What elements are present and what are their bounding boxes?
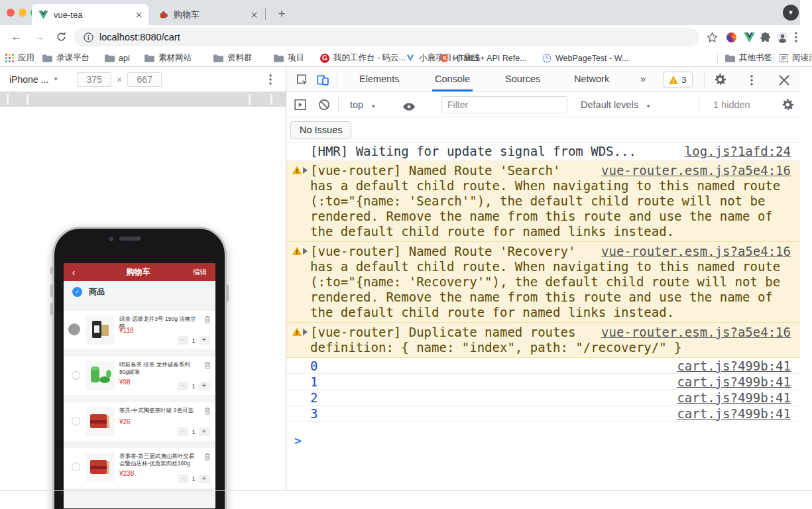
volume-down-button <box>50 303 53 315</box>
tab-console[interactable]: Console <box>435 67 470 91</box>
new-tab-button[interactable]: + <box>273 5 290 23</box>
console-warning: [vue-router] Named Route 'Recovery' vue-… <box>286 242 800 323</box>
filter-input[interactable] <box>441 96 567 113</box>
extension-colorful-icon[interactable] <box>726 32 736 42</box>
tab-sources[interactable]: Sources <box>505 67 540 91</box>
hidden-messages-label[interactable]: 1 hidden <box>713 92 750 117</box>
minus-button[interactable]: − <box>178 382 188 390</box>
console-sidebar-icon[interactable] <box>294 99 306 111</box>
tab-elements[interactable]: Elements <box>359 67 399 91</box>
item-radio[interactable] <box>72 463 80 471</box>
device-toolbar-toggle-icon[interactable] <box>317 74 329 85</box>
bookmark-star-icon[interactable] <box>707 32 718 43</box>
trash-icon[interactable] <box>204 361 211 369</box>
source-link[interactable]: cart.js?499b:41 <box>677 358 791 373</box>
plus-button[interactable]: + <box>199 336 209 345</box>
bookmark-folder[interactable]: 资料群 <box>213 52 253 64</box>
console-settings-gear-icon[interactable] <box>782 99 794 111</box>
expand-arrow-icon[interactable] <box>303 167 308 174</box>
close-devtools-icon[interactable] <box>778 74 790 86</box>
trash-icon[interactable] <box>204 453 211 461</box>
device-width-input[interactable] <box>77 72 111 87</box>
plus-button[interactable]: + <box>199 382 209 390</box>
source-link[interactable]: log.js?1afd:24 <box>685 144 791 159</box>
console-warning: [vue-router] Duplicate named routes vue-… <box>286 323 800 358</box>
back-icon[interactable]: ← <box>9 30 24 44</box>
device-height-input[interactable] <box>127 72 162 87</box>
select-all-check-icon[interactable]: ✓ <box>72 287 82 297</box>
clock-icon <box>542 54 551 63</box>
bookmark-html5[interactable]: HTML5+ API Refe... <box>440 52 527 64</box>
minimize-window-button[interactable] <box>19 9 27 17</box>
close-window-button[interactable] <box>7 9 15 17</box>
site-info-icon[interactable] <box>84 32 93 42</box>
bookmark-reading-list[interactable]: 阅读清单 <box>780 52 812 64</box>
issues-warning-badge[interactable]: 3 <box>663 72 693 87</box>
bookmark-apps[interactable]: 应用 <box>5 52 34 64</box>
url-field[interactable]: localhost:8080/cart <box>74 28 699 46</box>
bookmark-gitee[interactable]: G 我的工作台 - 码云... <box>320 52 406 64</box>
eye-icon[interactable] <box>403 101 415 113</box>
bookmark-webpagetest[interactable]: WebPageTest - W... <box>542 52 628 64</box>
devtools-menu-icon[interactable] <box>750 75 753 85</box>
console-prompt[interactable]: > <box>286 433 800 447</box>
clear-console-icon[interactable] <box>318 99 330 111</box>
trash-icon[interactable] <box>204 407 211 415</box>
no-issues-button[interactable]: No Issues <box>290 121 351 139</box>
context-selector[interactable]: top ▼ <box>350 92 376 117</box>
plus-button[interactable]: + <box>199 475 209 483</box>
refresh-icon[interactable] <box>56 31 67 42</box>
bookmark-folder[interactable]: 项目 <box>274 52 304 64</box>
minus-button[interactable]: − <box>178 475 188 483</box>
product-title: 茶具-中式陶瓷茶叶罐 2色可选 <box>119 407 198 414</box>
source-link[interactable]: vue-router.esm.js?a5e4:16 <box>601 325 791 340</box>
bookmark-folder[interactable]: 录课平台 <box>42 52 89 64</box>
cart-item: 赛事茶-第三届武夷山茶叶交易会暨仙店杯-优质奖肉桂160g ¥238 − 1 + <box>64 448 215 488</box>
log-levels-selector[interactable]: Default levels ▼ <box>581 92 651 117</box>
device-options-menu-icon[interactable] <box>269 74 272 85</box>
item-radio[interactable] <box>72 371 80 380</box>
source-link[interactable]: vue-router.esm.js?a5e4:16 <box>601 163 791 178</box>
more-tabs-chevron[interactable]: » <box>640 67 646 91</box>
tab-separator <box>265 8 266 20</box>
profile-avatar-icon[interactable] <box>777 32 788 43</box>
item-radio[interactable] <box>72 417 80 425</box>
bookmark-folder[interactable]: api <box>105 52 130 64</box>
source-link[interactable]: cart.js?499b:41 <box>677 374 791 389</box>
warning-triangle-icon <box>292 327 302 336</box>
app-title: 购物车 <box>84 266 193 278</box>
chrome-menu-icon[interactable] <box>795 32 797 42</box>
source-link[interactable]: vue-router.esm.js?a5e4:16 <box>601 244 791 259</box>
inspect-element-icon[interactable] <box>296 74 308 85</box>
close-tab-icon[interactable] <box>136 12 142 18</box>
expand-arrow-icon[interactable] <box>303 248 308 254</box>
product-title: 赛事茶-第三届武夷山茶叶交易会暨仙店杯-优质奖肉桂160g <box>119 453 198 467</box>
product-image <box>86 361 115 390</box>
log-number: 0 <box>310 358 318 373</box>
trash-icon[interactable] <box>204 315 211 323</box>
expand-arrow-icon[interactable] <box>303 329 308 335</box>
source-link[interactable]: cart.js?499b:41 <box>677 390 791 405</box>
tab-search-button[interactable]: ▼ <box>783 5 799 21</box>
settings-gear-icon[interactable] <box>715 74 726 85</box>
plus-button[interactable]: + <box>199 427 209 436</box>
close-tab-icon[interactable] <box>251 12 257 18</box>
log-text: [HMR] Waiting for update signal from WDS… <box>310 144 636 159</box>
extensions-puzzle-icon[interactable] <box>760 32 771 43</box>
device-select[interactable]: iPhone ... <box>9 74 48 85</box>
tab-network[interactable]: Network <box>574 67 609 91</box>
vue-devtools-icon[interactable] <box>744 32 755 43</box>
minus-button[interactable]: − <box>178 336 188 345</box>
minus-button[interactable]: − <box>178 427 188 436</box>
edit-button[interactable]: 编辑 <box>193 268 215 277</box>
back-arrow-icon[interactable]: ‹ <box>64 267 84 278</box>
bookmark-other-folder[interactable]: 其他书签 <box>725 52 772 64</box>
forward-icon[interactable]: → <box>32 30 46 44</box>
tab-vue-tea[interactable]: vue-tea <box>32 4 148 25</box>
bookmark-folder[interactable]: 素材网站 <box>145 52 192 64</box>
source-link[interactable]: cart.js?499b:41 <box>677 406 791 421</box>
item-radio[interactable] <box>68 323 80 335</box>
product-price: ¥98 <box>119 378 131 386</box>
bookmarks-separator <box>717 53 718 63</box>
tab-cart[interactable]: 购物车 <box>152 4 264 25</box>
